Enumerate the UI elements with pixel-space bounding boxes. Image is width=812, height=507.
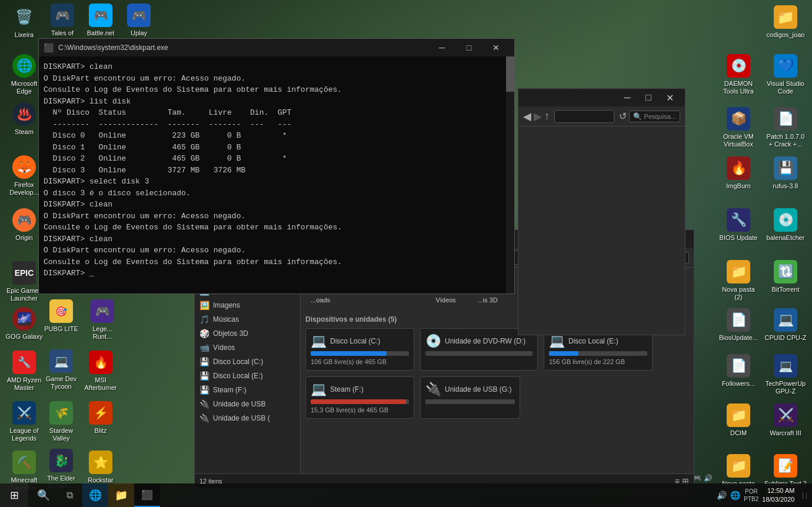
sidebar-item-videos[interactable]: 📹 Vídeos (195, 341, 300, 355)
objetos3d-icon: 🎲 (199, 329, 209, 338)
second-maximize-button[interactable]: □ (638, 89, 659, 106)
cmd-scrollbar[interactable] (506, 56, 514, 293)
taskbar-start-button[interactable]: ⊞ (0, 483, 28, 507)
desktop-icon-vscode[interactable]: 💙 Visual Studio Code (762, 52, 809, 98)
desktop-icon-followers[interactable]: 📄 Followers... (715, 352, 762, 390)
desktop-icon-imgburn[interactable]: 🔥 ImgBurn (715, 154, 762, 192)
desktop-icon-balena[interactable]: 💿 balenaEtcher (762, 206, 809, 244)
desktop-icon-patch[interactable]: 📄 Patch 1.0.7.0 + Crack +... (762, 105, 809, 151)
cmd-line: DISKPART> list disk (44, 96, 510, 108)
drive-item-f[interactable]: 💻 Steam (F:) 15,3 GB livre(s) de 465 GB (305, 376, 414, 419)
steam-f-icon: 💾 (199, 385, 209, 395)
desktop-icon-uplay[interactable]: 🎮 Uplay (118, 1, 160, 39)
usb2-icon: 🔌 (199, 413, 209, 423)
desktop-icon-techpowerup[interactable]: 💻 TechPowerUp GPU-Z (762, 352, 809, 398)
taskbar-volume-icon[interactable]: 🔊 (717, 491, 727, 500)
drive-dvd-name: Unidade de DVD-RW (D:) (445, 337, 525, 345)
desktop: 🗑️ Lixeira 🎮 Tales of 🎮 Battle.net 🎮 Upl… (0, 0, 812, 507)
start-icon: ⊞ (10, 489, 19, 502)
taskbar-clock[interactable]: 12:50 AM 18/03/2020 (762, 486, 799, 505)
disco-e-icon: 💾 (199, 371, 209, 381)
cmd-maximize-button[interactable]: □ (455, 39, 482, 56)
desktop-icon-gog[interactable]: 🌌 GOG Galaxy (3, 305, 45, 343)
cmd-line: DISKPART> clean (44, 61, 510, 73)
drive-g-bar (425, 399, 515, 404)
desktop-icon-nova2[interactable]: 📁 Nova pasta (2) (715, 258, 762, 303)
desktop-icon-battle-net[interactable]: 🎮 Battle.net (79, 1, 122, 39)
taskbar-edge-icon: 🌐 (89, 489, 102, 502)
desktop-icon-warcraft[interactable]: ⚔️ Warcraft III (762, 401, 809, 439)
taskbar-edge[interactable]: 🌐 (82, 483, 108, 507)
sidebar-item-usb2[interactable]: 🔌 Unidade de USB ( (195, 411, 300, 425)
cmd-close-button[interactable]: ✕ (482, 39, 510, 56)
drive-f-name: Steam (F:) (330, 385, 364, 393)
desktop-icon-rufus[interactable]: 💾 rufus-3.8 (762, 154, 809, 192)
drive-c-bar (311, 351, 409, 356)
second-minimize-button[interactable]: ─ (617, 89, 638, 106)
desktop-icon-dcim[interactable]: 📁 DCIM (715, 401, 762, 439)
desktop-icon-gamedev[interactable]: 💻 Game Dev Tycoon (40, 347, 82, 393)
desktop-icon-codigos[interactable]: 📁 codigos_joao (762, 3, 809, 41)
cmd-line: O DiskPart encontrou um erro: Acesso neg… (44, 245, 510, 256)
desktop-icon-amd[interactable]: 🔧 AMD Ryzen Master (3, 348, 45, 394)
taskbar-icons: 🔍 ⧉ 🌐 📁 ⬛ (28, 483, 717, 507)
second-back-icon: ◀ (523, 110, 531, 123)
sidebar-item-objetos3d[interactable]: 🎲 Objetos 3D (195, 326, 300, 341)
desktop-icon-tales-of[interactable]: 🎮 Tales of (41, 1, 84, 39)
desktop-icon-daemon[interactable]: 💿 DAEMON Tools Ultra (715, 52, 762, 98)
desktop-icon-league[interactable]: ⚔️ League of Legends (3, 399, 45, 445)
second-search-box[interactable]: 🔍 Pesquisa... (629, 111, 680, 122)
second-close-button[interactable]: ✕ (659, 89, 680, 106)
cmd-body[interactable]: DISKPART> clean O DiskPart encontrou um … (39, 56, 514, 293)
explorer-sidebar: 📄 Documentos ⬇️ Downloads 🖼️ Imagens 🎵 M… (195, 268, 301, 473)
taskbar-search[interactable]: 🔍 (31, 483, 56, 507)
taskbar-cmd[interactable]: ⬛ (134, 483, 160, 507)
clock-time: 12:50 AM (762, 486, 794, 495)
drive-item-g[interactable]: 🔌 Unidade de USB (G:) (420, 376, 520, 419)
desktop-icon-cpuz[interactable]: 💻 CPUID CPU-Z (762, 306, 809, 344)
cmd-line: Consulte o Log de Eventos do Sistema par… (44, 84, 510, 96)
cmd-title-text: C:\Windows\system32\diskpart.exe (58, 44, 424, 52)
cmd-line: O DiskPart encontrou um erro: Acesso neg… (44, 73, 510, 85)
second-search-icon: 🔍 (633, 112, 642, 121)
desktop-icon-msi[interactable]: 🔥 MSI Afterburner (79, 348, 122, 394)
desktop-icon-bios-update[interactable]: 🔧 BIOS Update (715, 206, 762, 244)
drive-dvd-icon: 💿 (425, 333, 441, 349)
desktop-icon-bittorrent[interactable]: 🔃 BitTorrent (762, 258, 809, 296)
clock-date: 18/03/2020 (762, 495, 794, 504)
cmd-line: Disco 2 Online 465 GB 0 B * (44, 153, 510, 165)
desktop-icon-lege[interactable]: 🎮 Lege... Runt... (81, 297, 124, 343)
desktop-icon-pubg[interactable]: 🎯 PUBG LITE (40, 297, 82, 335)
cmd-scrollbar-thumb[interactable] (506, 56, 514, 92)
sidebar-item-musicas[interactable]: 🎵 Músicas (195, 312, 300, 326)
desktop-icon-oracle[interactable]: 📦 Oracle VM VirtualBox (715, 105, 762, 151)
sidebar-item-steam-f[interactable]: 💾 Steam (F:) (195, 383, 300, 397)
cmd-line: Disco 1 Online 465 GB 0 B (44, 142, 510, 154)
desktop-icon-bios2[interactable]: 📄 BiosUpdate... (715, 306, 762, 344)
second-address-bar[interactable] (554, 110, 614, 123)
taskbar-language[interactable]: POR PTB2 (744, 488, 758, 503)
desktop-icon-stardew[interactable]: 🌾 Stardew Valley (40, 399, 82, 445)
second-refresh-icon[interactable]: ↺ (619, 111, 627, 122)
taskbar: ⊞ 🔍 ⧉ 🌐 📁 ⬛ 🔊 🌐 POR PTB2 (0, 483, 812, 507)
sidebar-item-disco-e[interactable]: 💾 Disco Local (E:) (195, 369, 300, 383)
drive-c-name: Disco Local (C:) (330, 337, 380, 345)
taskbar-task-view[interactable]: ⧉ (56, 483, 82, 507)
cmd-line: -------- ------------- ------- ------- -… (44, 119, 510, 131)
drive-c-info: 106 GB livre(s) de 465 GB (311, 358, 409, 365)
desktop-icon-lixeira[interactable]: 🗑️ Lixeira (3, 3, 45, 41)
sidebar-item-usb1[interactable]: 🔌 Unidade de USB (195, 397, 300, 411)
cmd-line: Disco 0 Online 223 GB 0 B * (44, 130, 510, 142)
desktop-icon-blitz[interactable]: ⚡ Blitz (79, 399, 122, 437)
second-titlebar: ─ □ ✕ (518, 89, 685, 106)
taskbar-show-desktop-button[interactable]: | (803, 492, 807, 499)
drive-g-name: Unidade de USB (G:) (445, 385, 511, 393)
taskbar-network-icon[interactable]: 🌐 (730, 491, 740, 500)
sidebar-item-disco-c[interactable]: 💾 Disco Local (C:) (195, 355, 300, 369)
drive-item-c[interactable]: 💻 Disco Local (C:) 106 GB livre(s) de 46… (305, 328, 414, 371)
taskbar-explorer[interactable]: 📁 (108, 483, 134, 507)
cmd-line: DISKPART> clean (44, 234, 510, 245)
sidebar-item-imagens[interactable]: 🖼️ Imagens (195, 298, 300, 312)
drive-f-bar (311, 399, 409, 404)
cmd-minimize-button[interactable]: ─ (428, 39, 455, 56)
